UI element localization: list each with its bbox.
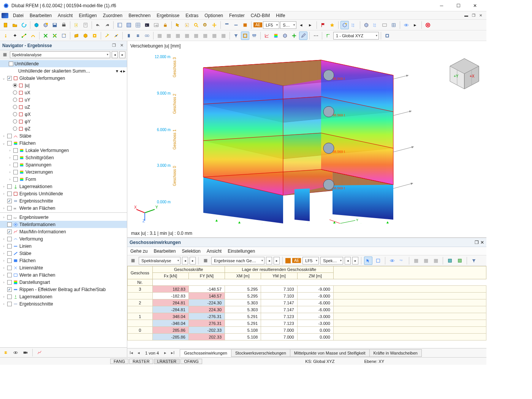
result-tree[interactable]: Umhüllende Umhüllende der skalierten Sum… xyxy=(0,59,127,347)
tab-kraefte[interactable]: Kräfte in Wandscheiben xyxy=(369,349,422,357)
menu-extras[interactable]: Extras xyxy=(182,12,201,19)
bp-export2[interactable] xyxy=(456,256,464,265)
tb-copy-view[interactable] xyxy=(72,21,81,29)
cs-combo[interactable]: 1 - Global XYZ xyxy=(333,32,379,40)
bp-c2-next[interactable]: ▸ xyxy=(274,257,280,264)
tb-filter-line[interactable] xyxy=(232,21,240,29)
tb-model-wizard[interactable] xyxy=(41,21,50,29)
foot-results-icon[interactable] xyxy=(35,348,44,357)
tb2-cross1[interactable] xyxy=(41,32,50,40)
tb3-link[interactable] xyxy=(143,32,151,40)
bp-export[interactable] xyxy=(446,256,454,265)
bp-float-icon[interactable]: ❐ xyxy=(475,240,479,245)
tb-coords2[interactable]: x,y,x,y, xyxy=(371,21,380,29)
ae-badge[interactable]: AE xyxy=(253,22,262,27)
menu-einfuegen[interactable]: Einfügen xyxy=(76,12,100,19)
tb-print[interactable] xyxy=(60,21,68,29)
tb2-member[interactable] xyxy=(20,32,28,40)
results-table[interactable]: Geschoss Geschosskräfte Lage der resulti… xyxy=(127,266,486,348)
spectral-next[interactable]: ▸ xyxy=(119,51,125,58)
bp-c2-prev[interactable]: ◂ xyxy=(266,257,272,264)
tb-select-window[interactable] xyxy=(183,21,191,29)
bp-t1[interactable] xyxy=(364,256,372,265)
tb-open[interactable] xyxy=(11,21,19,29)
tb-grid[interactable] xyxy=(390,21,398,29)
tab-geschoss[interactable]: Geschosseinwirkungen xyxy=(180,349,231,357)
foot-camera-icon[interactable] xyxy=(21,348,30,357)
tb-next[interactable]: ▸ xyxy=(306,21,315,29)
bp-combo1[interactable]: Spektralanalyse xyxy=(139,257,180,264)
tb-reload[interactable] xyxy=(20,21,28,29)
menu-berechnen[interactable]: Berechnen xyxy=(125,12,154,19)
bp-combo2[interactable]: Ergebnisse nach Ge… xyxy=(211,257,264,264)
tb2-sparkle[interactable]: ✦ xyxy=(11,32,19,40)
spectral-combo[interactable]: Spektralanalyse xyxy=(10,51,110,58)
tb5-solid[interactable] xyxy=(281,32,289,40)
tb5-diagram[interactable] xyxy=(263,32,271,40)
bp-eye[interactable] xyxy=(388,256,396,265)
tb4-load[interactable] xyxy=(250,32,258,40)
menu-bearbeiten[interactable]: Bearbeiten xyxy=(27,12,55,19)
s-combo[interactable]: S… xyxy=(280,21,296,29)
bp-sp-prev[interactable]: ◂ xyxy=(345,257,351,264)
tb-pan[interactable] xyxy=(210,21,218,29)
tab-mittelpunkte[interactable]: Mittelpunkte von Masse und Steifigkeit xyxy=(290,349,370,357)
navigator-float-icon[interactable]: ❐ xyxy=(111,43,117,49)
bp-xyz[interactable]: x,y, xyxy=(398,256,406,265)
tb2-arc[interactable] xyxy=(29,32,37,40)
tb-undo[interactable] xyxy=(94,21,102,29)
3d-viewport[interactable]: Verschiebungen |u| [mm] 12.000 m 9.000 m… xyxy=(127,41,486,238)
menu-fenster[interactable]: Fenster xyxy=(226,12,248,19)
tb-redo[interactable] xyxy=(103,21,111,29)
tb-select-arrow[interactable] xyxy=(174,21,182,29)
tb-filter-blue[interactable] xyxy=(223,21,231,29)
tb-zoom-sel[interactable] xyxy=(201,21,209,29)
tb-panel1[interactable] xyxy=(116,21,124,29)
tb-star-icon[interactable] xyxy=(328,21,336,29)
tb2-grid-new[interactable] xyxy=(60,32,68,40)
mdi-restore[interactable]: ❐ xyxy=(471,13,477,17)
bp-filter[interactable] xyxy=(470,256,478,265)
menu-cadbim[interactable]: CAD-BIM xyxy=(248,12,273,19)
bp-sp[interactable]: Spek… xyxy=(320,257,343,264)
mdi-close[interactable]: ✕ xyxy=(478,13,483,17)
tab-stockwerk[interactable]: Stockwerksverschiebungen xyxy=(231,349,290,357)
menu-datei[interactable]: Datei xyxy=(10,12,27,19)
status-fang[interactable]: FANG xyxy=(110,359,128,364)
foot-eye-icon[interactable] xyxy=(11,348,20,357)
tb-show-hide[interactable] xyxy=(380,21,389,29)
tb-prev[interactable]: ◂ xyxy=(297,21,306,29)
bp-ae[interactable]: AE xyxy=(292,258,301,263)
window-maximize[interactable]: ☐ xyxy=(450,0,467,11)
tb-last-icon[interactable] xyxy=(383,32,391,40)
file-menu-icon[interactable] xyxy=(2,13,8,18)
status-lraster[interactable]: LRASTER xyxy=(154,359,180,364)
tb-zoom-extents[interactable] xyxy=(192,21,200,29)
lf-combo[interactable]: LF5 xyxy=(263,21,279,29)
tb-view-iso[interactable] xyxy=(362,21,370,29)
bp-close-icon[interactable]: ✕ xyxy=(480,240,484,245)
window-close[interactable]: ✕ xyxy=(467,0,483,11)
nav-first[interactable]: I◂ xyxy=(127,350,135,355)
tb6-more[interactable]: ⋯ xyxy=(312,32,320,40)
tb2-node[interactable] xyxy=(2,32,10,40)
menu-zuordnen[interactable]: Zuordnen xyxy=(100,12,125,19)
foot-layers-icon[interactable] xyxy=(2,348,10,357)
nav-next[interactable]: ▸ xyxy=(162,350,169,355)
tb-grid-panel[interactable] xyxy=(134,21,142,29)
mdi-minimize[interactable]: ▬ xyxy=(463,13,469,17)
tb5-edit[interactable] xyxy=(299,32,307,40)
tb-panel2[interactable] xyxy=(125,21,133,29)
tb-view-3d[interactable] xyxy=(340,21,349,29)
nav-last[interactable]: ▸I xyxy=(169,350,177,355)
tb4-filter[interactable] xyxy=(232,32,240,40)
tb-lock-icon[interactable] xyxy=(161,21,169,29)
tb-red-x[interactable] xyxy=(424,21,432,29)
tb-console[interactable]: >_ xyxy=(143,21,151,29)
tb5-contour[interactable] xyxy=(272,32,280,40)
bp-t2[interactable] xyxy=(374,256,382,265)
tb3-layers[interactable] xyxy=(134,32,142,40)
status-ofang[interactable]: OFANG xyxy=(180,359,202,364)
bp-sp-next[interactable]: ▸ xyxy=(352,257,358,264)
bp-c1-prev[interactable]: ◂ xyxy=(182,257,188,264)
